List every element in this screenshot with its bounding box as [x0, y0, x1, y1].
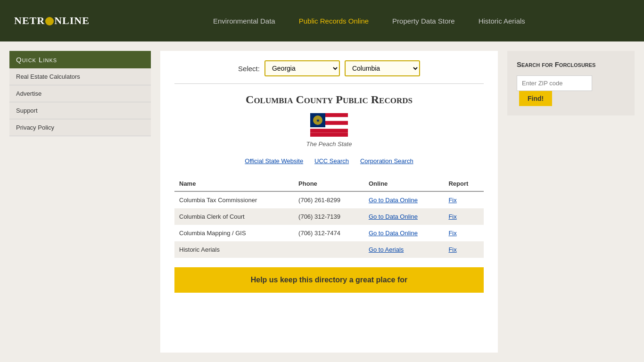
ucc-search-link[interactable]: UCC Search	[314, 157, 349, 165]
online-link[interactable]: Go to Data Online	[369, 213, 418, 220]
sidebar-item-privacy[interactable]: Privacy Policy	[9, 119, 151, 136]
svg-text:★: ★	[316, 118, 320, 123]
page-body: Quick Links Real Estate Calculators Adve…	[0, 41, 644, 362]
county-heading: Columbia County Public Records	[174, 93, 484, 106]
cell-report: Fix	[444, 241, 484, 258]
quick-links-heading: Quick Links	[9, 51, 151, 68]
main-nav: Environmental Data Public Records Online…	[108, 17, 630, 25]
cell-phone	[294, 241, 364, 258]
cell-report: Fix	[444, 208, 484, 225]
table-row: Columbia Clerk of Court(706) 312-7139Go …	[174, 208, 484, 225]
flag-area: ★ The Peach State	[174, 113, 484, 148]
cell-phone: (706) 261-8299	[294, 191, 364, 208]
report-link[interactable]: Fix	[448, 197, 456, 204]
nav-item-environmental[interactable]: Environmental Data	[201, 17, 287, 25]
foreclosure-box: Search for Forclosures Find!	[507, 51, 635, 115]
header: NETRNLINE Environmental Data Public Reco…	[0, 0, 644, 41]
select-row: Select: Georgia Alabama Florida Tennesse…	[174, 60, 484, 84]
flag-caption: The Peach State	[174, 140, 484, 148]
sidebar-item-real-estate[interactable]: Real Estate Calculators	[9, 68, 151, 85]
state-links: Official State Website UCC Search Corpor…	[174, 157, 484, 165]
cell-online: Go to Data Online	[364, 191, 444, 208]
cell-report: Fix	[444, 191, 484, 208]
foreclosure-title: Search for Forclosures	[517, 60, 625, 68]
table-row: Columbia Tax Commissioner(706) 261-8299G…	[174, 191, 484, 208]
col-header-phone: Phone	[294, 176, 364, 191]
report-link[interactable]: Fix	[448, 230, 456, 237]
nav-item-public-records[interactable]: Public Records Online	[287, 17, 380, 25]
table-row: Columbia Mapping / GIS(706) 312-7474Go t…	[174, 225, 484, 241]
corporation-search-link[interactable]: Corporation Search	[360, 157, 413, 165]
col-header-report: Report	[444, 176, 484, 191]
cell-report: Fix	[444, 225, 484, 241]
online-link[interactable]: Go to Aerials	[369, 246, 404, 253]
cell-name: Columbia Tax Commissioner	[174, 191, 294, 208]
cell-phone: (706) 312-7139	[294, 208, 364, 225]
globe-icon	[45, 17, 54, 25]
cell-online: Go to Data Online	[364, 208, 444, 225]
cell-online: Go to Aerials	[364, 241, 444, 258]
sidebar-item-advertise[interactable]: Advertise	[9, 85, 151, 102]
zip-input[interactable]	[517, 75, 592, 91]
svg-rect-3	[310, 129, 348, 132]
select-label: Select:	[238, 65, 260, 73]
col-header-online: Online	[364, 176, 444, 191]
official-state-website-link[interactable]: Official State Website	[245, 157, 303, 165]
report-link[interactable]: Fix	[448, 246, 456, 253]
cta-banner: Help us keep this directory a great plac…	[174, 267, 484, 293]
right-sidebar: Search for Forclosures Find!	[507, 51, 635, 353]
nav-item-historic-aerials[interactable]: Historic Aerials	[467, 17, 537, 25]
foreclosure-form: Find!	[517, 75, 625, 106]
cell-online: Go to Data Online	[364, 225, 444, 241]
report-link[interactable]: Fix	[448, 213, 456, 220]
logo: NETRNLINE	[14, 15, 90, 27]
nav-item-property-data[interactable]: Property Data Store	[380, 17, 467, 25]
main-content: Select: Georgia Alabama Florida Tennesse…	[160, 51, 498, 353]
county-select[interactable]: Columbia Fulton Gwinnett DeKalb	[345, 60, 420, 76]
cell-name: Columbia Clerk of Court	[174, 208, 294, 225]
state-flag: ★	[310, 113, 348, 137]
sidebar-item-support[interactable]: Support	[9, 102, 151, 119]
state-select[interactable]: Georgia Alabama Florida Tennessee	[264, 60, 340, 76]
col-header-name: Name	[174, 176, 294, 191]
svg-rect-4	[310, 133, 348, 137]
cell-phone: (706) 312-7474	[294, 225, 364, 241]
left-sidebar: Quick Links Real Estate Calculators Adve…	[9, 51, 151, 353]
cell-name: Columbia Mapping / GIS	[174, 225, 294, 241]
cell-name: Historic Aerials	[174, 241, 294, 258]
find-button[interactable]: Find!	[519, 91, 552, 106]
online-link[interactable]: Go to Data Online	[369, 197, 418, 204]
records-table: Name Phone Online Report Columbia Tax Co…	[174, 176, 484, 258]
table-row: Historic AerialsGo to AerialsFix	[174, 241, 484, 258]
online-link[interactable]: Go to Data Online	[369, 230, 418, 237]
